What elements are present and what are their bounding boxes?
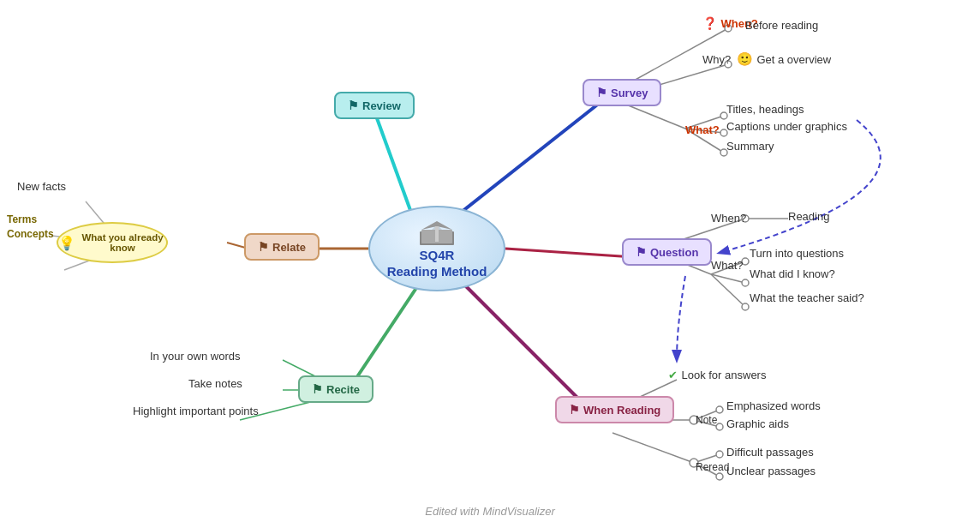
relate-label: Relate [272,241,306,254]
survey-what-text: What? [685,123,720,136]
whenreading-look-label: Look for answers [681,369,766,381]
what-you-know-node[interactable]: 💡 What you already know [57,222,168,263]
recite-label: Recite [326,383,360,396]
whenreading-note-item2: Graphic aids [726,417,789,430]
whenreading-note-label-node: Note [696,411,717,427]
question-icon: ❓ [702,16,717,30]
question-when-value: Reading [788,210,829,223]
question-what-label: What? [711,259,744,272]
question-what-item3: What the teacher said? [750,291,864,304]
svg-point-39 [742,279,749,286]
survey-why-row: Why? [702,51,731,67]
question-what-item2: What did I know? [750,267,835,280]
survey-what-item1: Titles, headings [726,103,804,116]
survey-flag-icon: ⚑ [596,86,607,99]
svg-point-43 [716,451,723,458]
review-label: Review [362,99,401,112]
svg-point-40 [742,303,749,310]
whenreading-flag-icon: ⚑ [569,403,580,417]
svg-line-2 [463,283,591,411]
recite-item2: Take notes [188,377,242,390]
svg-line-17 [711,274,745,283]
question-when-label-row: When? [711,210,746,225]
relate-flag-icon: ⚑ [258,240,269,254]
what-you-know-label: What you already know [79,232,166,253]
whenreading-reread-item1: Difficult passages [726,446,814,459]
recite-node[interactable]: ⚑ Recite [298,375,373,403]
survey-why-label: Why? [702,53,731,66]
watermark: Edited with MindVisualizer [425,505,555,518]
svg-point-44 [716,473,723,480]
relate-item1: New facts [17,180,66,193]
relate-terms-concepts-label: TermsConcepts [7,213,54,242]
svg-line-18 [711,274,745,307]
survey-what-item3: Summary [726,140,774,153]
when-reading-node[interactable]: ⚑ When Reading [555,396,674,423]
lightbulb-icon: 💡 [58,235,75,251]
survey-label: Survey [611,87,648,99]
whenreading-note-label: Note [696,414,717,426]
question-node[interactable]: ⚑ Question [622,238,712,266]
svg-line-4 [377,118,411,213]
check-icon: ✔ [668,369,678,381]
whenreading-note-item1: Emphasized words [726,399,821,412]
review-node[interactable]: ⚑ Review [334,92,415,119]
survey-what-item2: Captions under graphics [726,120,847,133]
svg-line-3 [351,283,420,386]
question-what-item1: Turn into questions [750,247,844,260]
question-label: Question [650,246,698,259]
whenreading-look-row: ✔ Look for answers [668,367,766,382]
whenreading-reread-item2: Unclear passages [726,465,816,477]
whenreading-reread-label: Reread [696,461,729,473]
survey-when-value: Before reading [745,19,818,32]
question-flag-icon: ⚑ [636,245,647,259]
relate-node[interactable]: ⚑ Relate [244,233,320,261]
survey-node[interactable]: ⚑ Survey [583,79,661,106]
review-flag-icon: ⚑ [348,99,359,112]
question-when-label: When? [711,212,746,225]
svg-line-9 [622,103,685,129]
svg-line-1 [505,249,634,257]
svg-line-23 [612,433,694,463]
survey-why-value-row: 🙂 Get a overview [737,51,831,67]
recite-flag-icon: ⚑ [312,382,323,396]
survey-what-label: What? [685,122,720,137]
recite-item3: Highlight important points [133,405,259,417]
recite-item1: In your own words [150,350,241,363]
center-subtitle: Reading Method [387,263,487,280]
whenreading-reread-label-node: Reread [696,459,729,474]
svg-rect-51 [435,226,439,242]
survey-why-value: Get a overview [756,53,831,66]
smile-icon: 🙂 [737,51,753,66]
when-reading-label: When Reading [583,404,660,417]
center-title: SQ4R [420,247,455,264]
question-what-label-row: What? [711,257,744,273]
relate-terms-concepts-row: TermsConcepts [7,213,54,242]
center-node[interactable]: SQ4R Reading Method [368,206,505,291]
